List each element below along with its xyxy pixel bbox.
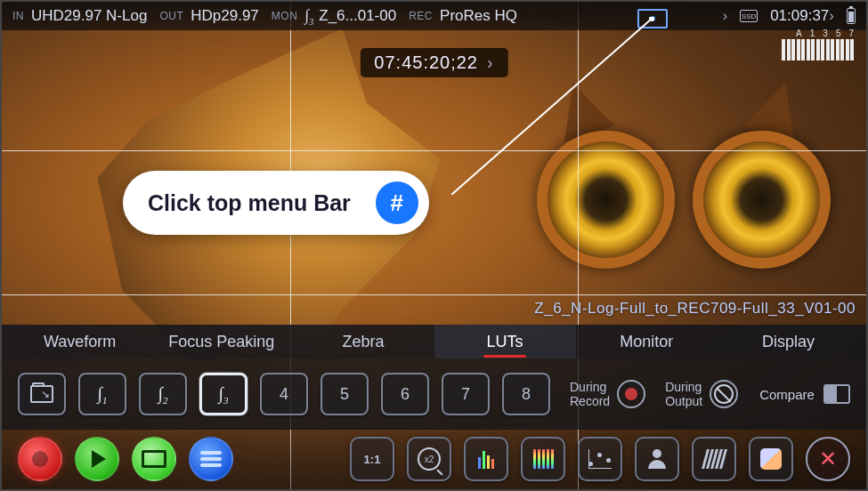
waveform-tool-button[interactable] <box>464 437 508 481</box>
during-output-label: During Output <box>665 380 702 408</box>
top-menu-bar[interactable]: IN UHD29.97 N-Log OUT HDp29.97 MON ∫3 Z_… <box>2 2 866 30</box>
remaining-time[interactable]: 01:09:37› <box>770 7 834 25</box>
lut-slot-8[interactable]: 8 <box>502 373 550 415</box>
lut-slot-3[interactable]: ∫3 <box>199 373 247 415</box>
zoom-2x-button[interactable]: x2 <box>407 437 451 481</box>
zoom-1to1-button[interactable]: 1:1 <box>350 437 394 481</box>
during-record-toggle[interactable] <box>617 380 645 408</box>
tab-zebra[interactable]: Zebra <box>292 325 434 358</box>
edit-button[interactable] <box>189 437 233 481</box>
audio-meters[interactable]: A 1 3 5 7 <box>782 28 854 60</box>
lut-tool-button[interactable] <box>749 437 793 481</box>
lut-slot-6[interactable]: 6 <box>381 373 429 415</box>
battery-icon[interactable] <box>847 8 856 24</box>
camera-monitor-screen: IN UHD29.97 N-Log OUT HDp29.97 MON ∫3 Z_… <box>0 0 868 491</box>
monitor-button[interactable] <box>132 437 176 481</box>
active-lut-filename: Z_6_N-Log-Full_to_REC709-Full_33_V01-00 <box>534 300 856 318</box>
focus-assist-button[interactable] <box>635 437 679 481</box>
focus-indicator <box>637 9 668 28</box>
lut-icon <box>760 448 782 470</box>
tab-monitor[interactable]: Monitor <box>576 325 718 358</box>
chevron-right-icon: › <box>487 52 494 73</box>
instruction-tooltip: Click top menu Bar # <box>123 171 429 235</box>
vectorscope-button[interactable] <box>578 437 622 481</box>
tab-focus-peaking[interactable]: Focus Peaking <box>150 325 292 358</box>
monitor-lut-name[interactable]: MON ∫3 Z_6...01-00 <box>272 6 396 27</box>
chevron-right-icon: › <box>723 8 727 24</box>
timecode-display[interactable]: 07:45:20;22 › <box>360 48 507 77</box>
lut-slot-7[interactable]: 7 <box>442 373 490 415</box>
close-icon: ✕ <box>819 447 837 471</box>
tools-tab-strip: Waveform Focus Peaking Zebra LUTs Monito… <box>2 325 866 358</box>
compare-button[interactable]: Compare <box>759 384 850 404</box>
lut-slot-5[interactable]: 5 <box>320 373 369 415</box>
zebra-tool-button[interactable] <box>692 437 736 481</box>
lut-folder-button[interactable]: ↘ <box>18 373 66 415</box>
output-format[interactable]: OUT HDp29.97 <box>159 7 258 25</box>
lut-slot-1[interactable]: ∫1 <box>78 373 126 415</box>
tab-luts[interactable]: LUTs <box>434 325 576 358</box>
split-compare-icon <box>823 384 850 404</box>
folder-icon: ↘ <box>30 385 53 403</box>
input-format[interactable]: IN UHD29.97 N-Log <box>12 7 147 25</box>
person-icon <box>648 449 666 469</box>
during-output-toggle[interactable] <box>710 380 738 408</box>
tooltip-text: Click top menu Bar <box>148 190 351 216</box>
record-button[interactable] <box>18 437 62 481</box>
record-codec[interactable]: REC ProRes HQ <box>409 7 517 25</box>
close-button[interactable]: ✕ <box>806 437 850 481</box>
rgb-parade-button[interactable] <box>521 437 565 481</box>
lut-slot-2[interactable]: ∫2 <box>139 373 187 415</box>
tab-display[interactable]: Display <box>718 325 859 358</box>
tab-waveform[interactable]: Waveform <box>9 325 150 358</box>
ssd-icon[interactable]: SSD <box>740 10 758 22</box>
zebra-icon <box>704 449 725 469</box>
lut-slot-4[interactable]: 4 <box>260 373 308 415</box>
play-button[interactable] <box>75 437 119 481</box>
during-record-label: During Record <box>570 380 610 408</box>
lut-panel: ↘ ∫1 ∫2 ∫3 4 5 6 7 8 During Record Durin… <box>2 358 866 430</box>
bottom-toolbar: 1:1 x2 ✕ <box>2 429 866 489</box>
tooltip-badge: # <box>376 181 418 224</box>
